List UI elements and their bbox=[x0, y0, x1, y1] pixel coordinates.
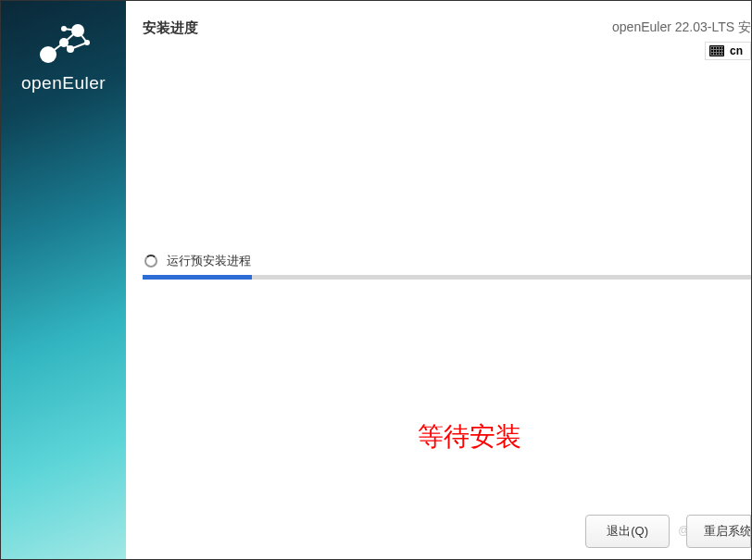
sidebar: openEuler bbox=[1, 1, 126, 559]
keyboard-icon bbox=[709, 45, 724, 56]
annotation-text: 等待安装 bbox=[418, 419, 521, 454]
quit-button[interactable]: 退出(Q) bbox=[585, 515, 670, 548]
main-content: 安装进度 openEuler 22.03-LTS 安 cn 运行预安装进程 等待… bbox=[126, 1, 751, 559]
progress-fill bbox=[143, 275, 252, 280]
brand-name: openEuler bbox=[21, 73, 106, 93]
keyboard-layout-indicator[interactable]: cn bbox=[705, 42, 751, 60]
progress-section: 运行预安装进程 bbox=[143, 253, 751, 280]
progress-bar bbox=[143, 275, 751, 280]
spinner-icon bbox=[144, 255, 157, 268]
release-version: openEuler 22.03-LTS 安 bbox=[612, 19, 751, 36]
header: 安装进度 openEuler 22.03-LTS 安 cn bbox=[126, 1, 751, 60]
release-info: openEuler 22.03-LTS 安 cn bbox=[612, 19, 751, 60]
status-text: 运行预安装进程 bbox=[167, 253, 251, 269]
keyboard-layout-label: cn bbox=[730, 44, 743, 57]
svg-line-11 bbox=[70, 43, 87, 49]
button-bar: 退出(Q) 重启系统( bbox=[585, 515, 751, 548]
progress-status: 运行预安装进程 bbox=[143, 253, 751, 269]
page-title: 安装进度 bbox=[143, 19, 198, 60]
openeuler-logo-icon bbox=[31, 19, 96, 66]
reboot-button[interactable]: 重启系统( bbox=[686, 515, 751, 548]
